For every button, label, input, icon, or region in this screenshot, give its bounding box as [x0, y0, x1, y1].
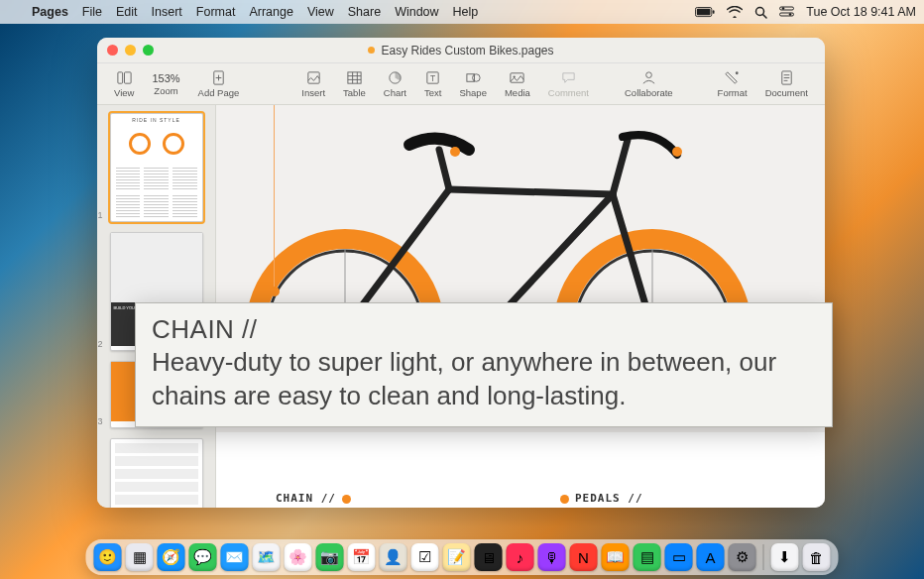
minimize-button[interactable]: [125, 45, 136, 56]
menu-edit[interactable]: Edit: [116, 5, 138, 19]
media-button[interactable]: Media: [498, 69, 537, 98]
view-button[interactable]: View: [107, 69, 141, 98]
text-button[interactable]: T Text: [417, 69, 448, 98]
dock-app-podcasts[interactable]: 🎙: [538, 543, 566, 571]
column-chain: CHAIN // Heavy-duty to super light, or a…: [276, 492, 511, 508]
document-button[interactable]: Document: [758, 69, 815, 98]
dock-app-appstore[interactable]: A: [697, 543, 725, 571]
svg-rect-7: [780, 13, 794, 16]
section-heading: PEDALS //: [575, 492, 643, 505]
section-heading: CHAIN //: [276, 492, 336, 505]
hover-text-accessibility-zoom: CHAIN // Heavy-duty to super light, or a…: [135, 302, 833, 427]
svg-rect-9: [118, 72, 123, 83]
menu-insert[interactable]: Insert: [152, 5, 182, 19]
dock-app-settings[interactable]: ⚙︎: [729, 543, 756, 571]
svg-rect-2: [713, 10, 715, 14]
dock-app-calendar[interactable]: 📅: [348, 543, 376, 571]
column-pedals: PEDALS // Clip-in. Flat. Race worthy. Me…: [560, 492, 795, 508]
table-button[interactable]: Table: [336, 69, 373, 98]
shape-button[interactable]: Shape: [452, 69, 493, 98]
thumbnail-title: RIDE IN STYLE: [111, 114, 202, 123]
hover-text-body: Heavy-duty to super light, or anywhere i…: [152, 346, 816, 412]
dock-app-facetime[interactable]: 📷: [316, 543, 344, 571]
dock-separator: [763, 544, 764, 570]
comment-button: Comment: [541, 69, 596, 98]
dock-app-books[interactable]: 📖: [602, 543, 630, 571]
svg-rect-5: [780, 7, 794, 10]
page-number: 3: [98, 416, 103, 426]
callout-dot-icon: [450, 147, 460, 157]
svg-text:T: T: [430, 73, 435, 83]
menu-view[interactable]: View: [307, 5, 334, 19]
dock-app-mail[interactable]: ✉️: [221, 543, 249, 571]
toolbar: View 153% Zoom Add Page Insert Table Cha…: [97, 63, 825, 105]
page-number: 1: [98, 210, 103, 220]
svg-point-27: [645, 72, 651, 78]
control-center-icon[interactable]: [779, 6, 794, 18]
dock-app-safari[interactable]: 🧭: [158, 543, 185, 571]
dock-app-photos[interactable]: 🌸: [285, 543, 312, 571]
insert-button[interactable]: Insert: [294, 69, 332, 98]
dock: 🙂▦🧭💬✉️🗺️🌸📷📅👤☑︎📝🖥♪🎙N📖▤▭A⚙︎⬇︎🗑: [86, 539, 839, 575]
dock-app-notes[interactable]: 📝: [443, 543, 471, 571]
dock-app-tv[interactable]: 🖥: [475, 543, 503, 571]
menu-window[interactable]: Window: [395, 5, 438, 19]
window-title: Easy Rides Custom Bikes.pages: [381, 44, 553, 58]
edited-dot-icon: [368, 47, 375, 54]
dock-trash[interactable]: 🗑: [803, 543, 831, 571]
svg-line-53: [613, 140, 628, 194]
bullet-icon: [342, 495, 351, 504]
dock-app-finder[interactable]: 🙂: [94, 543, 122, 571]
dock-app-music[interactable]: ♪: [507, 543, 534, 571]
dock-app-launchpad[interactable]: ▦: [126, 543, 154, 571]
callout-line: [274, 105, 275, 287]
bullet-icon: [560, 495, 569, 504]
format-button[interactable]: Format: [711, 69, 754, 98]
menu-file[interactable]: File: [82, 5, 102, 19]
menu-arrange[interactable]: Arrange: [249, 5, 292, 19]
wifi-icon[interactable]: [727, 6, 743, 18]
svg-point-28: [736, 71, 739, 74]
content-columns: CHAIN // Heavy-duty to super light, or a…: [276, 492, 795, 508]
svg-rect-15: [348, 72, 361, 83]
svg-rect-10: [124, 72, 131, 83]
collaborate-button[interactable]: Collaborate: [618, 69, 680, 98]
callout-dot-icon: [672, 147, 682, 157]
svg-point-6: [782, 7, 785, 10]
svg-point-8: [789, 13, 792, 16]
menu-format[interactable]: Format: [196, 5, 236, 19]
app-menu[interactable]: Pages: [32, 5, 68, 19]
close-button[interactable]: [107, 45, 118, 56]
dock-app-keynote[interactable]: ▭: [665, 543, 693, 571]
zoom-control[interactable]: 153% Zoom: [145, 72, 186, 96]
page-thumbnail-1[interactable]: RIDE IN STYLE 1: [110, 113, 203, 222]
menu-share[interactable]: Share: [348, 5, 381, 19]
page-thumbnail-4[interactable]: 4: [110, 438, 203, 508]
dock-app-maps[interactable]: 🗺️: [253, 543, 281, 571]
svg-rect-14: [308, 72, 319, 83]
pages-window: Easy Rides Custom Bikes.pages View 153% …: [97, 38, 825, 508]
dock-app-contacts[interactable]: 👤: [380, 543, 407, 571]
svg-line-4: [763, 14, 767, 18]
svg-rect-1: [697, 8, 711, 14]
dock-app-news[interactable]: N: [570, 543, 598, 571]
hover-text-heading: CHAIN //: [152, 313, 816, 346]
svg-point-24: [472, 74, 480, 82]
spotlight-icon[interactable]: [754, 6, 767, 19]
dock-app-reminders[interactable]: ☑︎: [411, 543, 439, 571]
callout-dot-icon: [270, 287, 280, 296]
menubar: Pages File Edit Insert Format Arrange Vi…: [0, 0, 924, 24]
svg-line-48: [449, 189, 613, 194]
titlebar: Easy Rides Custom Bikes.pages: [97, 38, 825, 63]
battery-icon[interactable]: [695, 7, 715, 18]
menubar-clock[interactable]: Tue Oct 18 9:41 AM: [806, 5, 916, 19]
add-page-button[interactable]: Add Page: [191, 69, 247, 98]
fullscreen-button[interactable]: [143, 45, 154, 56]
page-number: 2: [98, 339, 103, 349]
menu-help[interactable]: Help: [453, 5, 479, 19]
dock-downloads[interactable]: ⬇︎: [771, 543, 799, 571]
dock-app-numbers[interactable]: ▤: [634, 543, 661, 571]
chart-button[interactable]: Chart: [377, 69, 413, 98]
dock-app-messages[interactable]: 💬: [189, 543, 217, 571]
svg-line-52: [439, 150, 449, 189]
